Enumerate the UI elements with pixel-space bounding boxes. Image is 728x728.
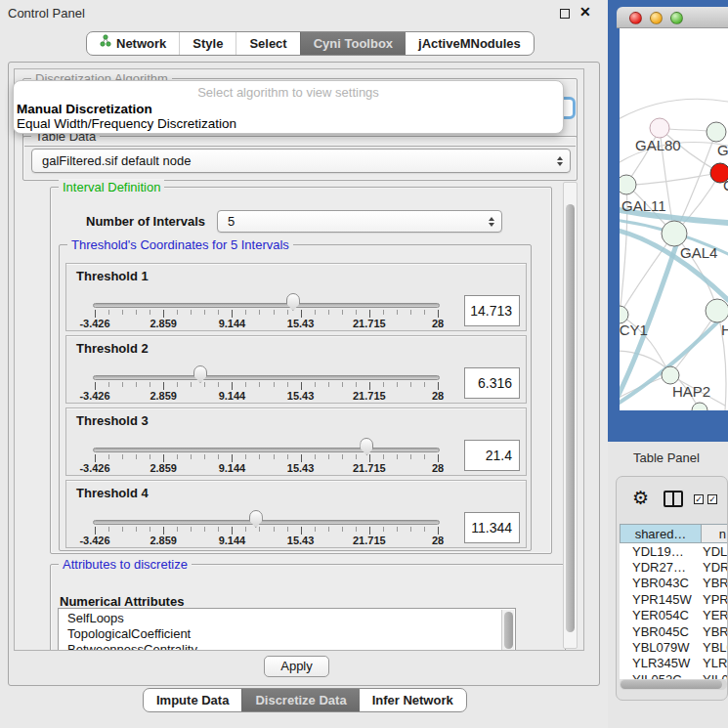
split-view-icon[interactable] <box>664 491 683 507</box>
float-window-icon[interactable] <box>560 9 570 19</box>
attribute-list-item[interactable]: TopologicalCoefficient <box>59 626 515 642</box>
network-node-green[interactable] <box>620 175 636 194</box>
threshold-value-field[interactable]: 21.4 <box>464 440 520 471</box>
cell-name: YBL0 <box>703 640 728 655</box>
table-body[interactable]: YDL19…YDL1YDR27…YDR2YBR043CYBR0YPR145WYP… <box>620 543 728 679</box>
slider-tick-label: 2.859 <box>150 318 177 329</box>
table-row[interactable]: YER054CYER0 <box>620 608 728 623</box>
popup-item-manual-discretization[interactable]: Manual Discretization <box>17 102 152 116</box>
slider-track[interactable] <box>93 520 440 525</box>
threshold-value-field[interactable]: 11.344 <box>464 512 520 543</box>
close-traffic-light[interactable] <box>629 12 642 24</box>
column-header-shared[interactable]: shared… <box>620 524 702 543</box>
slider-tick <box>163 382 164 390</box>
network-node-green[interactable] <box>662 221 687 246</box>
attribute-list-item[interactable]: BetweennessCentrality <box>59 642 515 651</box>
network-window-titlebar[interactable] <box>617 7 728 28</box>
slider-tick <box>301 527 302 535</box>
table-row[interactable]: YBR043CYBR0 <box>620 576 728 591</box>
slider-tick <box>410 310 411 315</box>
attr-items: SelfLoopsTopologicalCoefficientBetweenne… <box>59 611 515 651</box>
slider-tick <box>122 382 123 387</box>
slider-tick-label: 15.43 <box>287 462 315 474</box>
table-hscrollbar-thumb[interactable] <box>621 680 722 689</box>
slider-track[interactable] <box>93 448 440 452</box>
numerical-attributes-list[interactable]: SelfLoopsTopologicalCoefficientBetweenne… <box>58 608 516 651</box>
slider-tick <box>232 382 233 390</box>
network-edge[interactable] <box>626 173 720 185</box>
slider-tick <box>150 454 150 459</box>
network-node-green[interactable] <box>692 403 707 410</box>
slider-thumb[interactable] <box>286 293 300 311</box>
checkbox-icon[interactable]: ✓ <box>707 494 717 504</box>
slider-track[interactable] <box>93 303 440 308</box>
slider-tick <box>383 527 384 532</box>
threshold-value-field[interactable]: 14.713 <box>464 295 520 326</box>
tab-discretize-data[interactable]: Discretize Data <box>241 689 359 711</box>
tab-network[interactable]: Network <box>87 32 179 55</box>
slider-tick-label: 21.715 <box>353 390 386 402</box>
slider-track[interactable] <box>93 375 440 380</box>
close-icon[interactable]: ✕ <box>579 4 591 20</box>
slider-thumb[interactable] <box>249 510 263 528</box>
column-header-name[interactable]: n <box>702 524 728 543</box>
slider-tick <box>287 527 288 532</box>
table-data-combobox[interactable]: galFiltered.sif default node <box>31 149 571 173</box>
slider-tick-label: 15.43 <box>287 318 315 329</box>
table-row[interactable]: YBL079WYBL0 <box>620 639 728 655</box>
network-node-green[interactable] <box>706 299 728 322</box>
content-scrollbar[interactable] <box>563 182 578 649</box>
attributes-scrollbar[interactable] <box>501 610 514 651</box>
slider-tick <box>191 527 192 532</box>
slider-thumb[interactable] <box>360 438 373 455</box>
network-node-pink[interactable] <box>650 118 669 138</box>
threshold-value-field[interactable]: 6.316 <box>464 367 520 399</box>
checkbox-icon[interactable]: ✓ <box>694 494 704 504</box>
slider-tick <box>259 527 260 532</box>
network-edge[interactable] <box>620 99 728 121</box>
slider-tick <box>191 454 192 459</box>
slider-tick <box>397 310 398 315</box>
table-row[interactable]: YBR045CYBR0 <box>620 623 728 639</box>
tab-jactivemnodules[interactable]: jActiveMNodules <box>406 32 534 55</box>
tab-select[interactable]: Select <box>236 32 299 55</box>
tab-style[interactable]: Style <box>179 32 236 55</box>
slider-tick <box>177 310 178 315</box>
slider-tick-label: 28 <box>432 318 444 329</box>
slider-tick <box>95 527 96 535</box>
tab-cyni-toolbox[interactable]: Cyni Toolbox <box>300 32 406 55</box>
zoom-traffic-light[interactable] <box>670 12 683 24</box>
table-row[interactable]: YIL052CYIL0 <box>620 671 728 679</box>
tab-infer-network[interactable]: Infer Network <box>360 689 466 711</box>
minimize-traffic-light[interactable] <box>650 12 663 24</box>
threshold-label: Threshold 4 <box>76 486 149 500</box>
attribute-list-item[interactable]: SelfLoops <box>59 611 515 626</box>
slider-thumb[interactable] <box>193 365 207 383</box>
tab-network-label: Network <box>116 32 166 55</box>
network-node-label: C <box>723 177 728 193</box>
gear-icon[interactable]: ⚙ <box>632 489 649 508</box>
apply-button[interactable]: Apply <box>264 656 329 677</box>
number-of-intervals-combobox[interactable]: 5 <box>217 210 502 233</box>
number-of-intervals-label: Number of Intervals <box>86 214 205 229</box>
network-node-green[interactable] <box>662 366 679 384</box>
slider-tick <box>218 310 219 315</box>
combo-arrows-icon <box>489 217 494 227</box>
table-row[interactable]: YDL19…YDL1 <box>620 543 728 559</box>
content-scrollbar-thumb[interactable] <box>566 204 575 632</box>
slider-tick-label: 21.715 <box>353 318 386 329</box>
network-node-green[interactable] <box>707 122 726 142</box>
table-row[interactable]: YPR145WYPR1 <box>620 591 728 607</box>
table-row[interactable]: YDR27…YDR2 <box>620 559 728 575</box>
network-canvas[interactable]: GAL80GACGAL11GAL4GCY1HHAP2 <box>620 28 728 410</box>
slider-tick <box>122 527 123 532</box>
table-row[interactable]: YLR345WYLR3 <box>620 656 728 671</box>
popup-item-equal-width[interactable]: Equal Width/Frequency Discretization <box>17 116 236 131</box>
slider-tick <box>150 310 150 315</box>
tab-impute-data[interactable]: Impute Data <box>144 689 241 711</box>
slider-tick <box>328 454 329 459</box>
network-node-label: GA <box>717 142 728 158</box>
slider-tick <box>342 527 343 532</box>
table-hscrollbar[interactable] <box>620 679 727 690</box>
slider-tick <box>301 454 302 462</box>
